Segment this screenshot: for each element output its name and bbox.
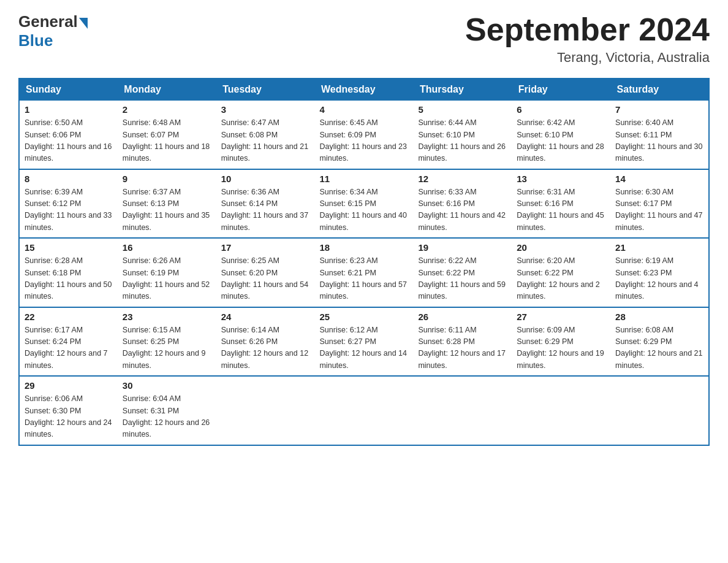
sunrise-label: Sunrise: [615, 188, 643, 196]
day-info: Sunrise: 6:17 AM Sunset: 6:24 PM Dayligh… [25, 324, 113, 372]
sunrise-label: Sunrise: [418, 118, 446, 127]
table-row [315, 376, 414, 445]
sunset-label: Sunset: [123, 199, 148, 208]
sunrise-label: Sunrise: [517, 118, 545, 127]
table-row: 27 Sunrise: 6:09 AM Sunset: 6:29 PM Dayl… [512, 307, 610, 377]
col-thursday: Thursday [413, 79, 512, 101]
daylight-label: Daylight: [615, 211, 645, 220]
day-number: 6 [517, 104, 605, 115]
daylight-label: Daylight: [25, 280, 55, 289]
day-number: 21 [615, 242, 703, 253]
sunrise-label: Sunrise: [123, 118, 151, 127]
day-number: 5 [418, 104, 507, 115]
daylight-label: Daylight: [517, 142, 547, 151]
col-monday: Monday [118, 79, 216, 101]
day-info: Sunrise: 6:30 AM Sunset: 6:17 PM Dayligh… [615, 186, 703, 234]
day-info: Sunrise: 6:25 AM Sunset: 6:20 PM Dayligh… [221, 255, 310, 303]
sunrise-label: Sunrise: [221, 326, 249, 334]
table-row: 9 Sunrise: 6:37 AM Sunset: 6:13 PM Dayli… [118, 169, 216, 239]
day-number: 28 [615, 312, 703, 322]
sunrise-label: Sunrise: [25, 188, 53, 196]
table-row [216, 376, 315, 445]
logo-triangle-icon [79, 18, 88, 29]
sunset-label: Sunset: [517, 269, 542, 277]
table-row: 26 Sunrise: 6:11 AM Sunset: 6:28 PM Dayl… [413, 307, 512, 377]
calendar-week-row: 8 Sunrise: 6:39 AM Sunset: 6:12 PM Dayli… [19, 169, 709, 239]
day-info: Sunrise: 6:19 AM Sunset: 6:23 PM Dayligh… [615, 255, 703, 303]
day-number: 2 [123, 104, 211, 115]
sunrise-label: Sunrise: [320, 118, 348, 127]
day-info: Sunrise: 6:20 AM Sunset: 6:22 PM Dayligh… [517, 255, 605, 303]
day-info: Sunrise: 6:42 AM Sunset: 6:10 PM Dayligh… [517, 117, 605, 165]
sunrise-label: Sunrise: [418, 188, 446, 196]
daylight-label: Daylight: [615, 280, 645, 289]
day-info: Sunrise: 6:11 AM Sunset: 6:28 PM Dayligh… [418, 324, 507, 372]
day-number: 26 [418, 312, 507, 322]
col-friday: Friday [512, 79, 610, 101]
day-info: Sunrise: 6:34 AM Sunset: 6:15 PM Dayligh… [320, 186, 409, 234]
title-block: September 2024 Terang, Victoria, Austral… [465, 12, 710, 66]
page-header: General Blue September 2024 Terang, Vict… [18, 12, 710, 66]
table-row: 11 Sunrise: 6:34 AM Sunset: 6:15 PM Dayl… [315, 169, 414, 239]
sunset-label: Sunset: [123, 407, 148, 415]
daylight-label: Daylight: [25, 418, 55, 427]
day-info: Sunrise: 6:39 AM Sunset: 6:12 PM Dayligh… [25, 186, 113, 234]
sunrise-label: Sunrise: [418, 256, 446, 265]
sunset-label: Sunset: [320, 199, 346, 208]
sunrise-label: Sunrise: [123, 394, 151, 403]
location-subtitle: Terang, Victoria, Australia [465, 50, 710, 66]
daylight-label: Daylight: [320, 142, 350, 151]
sunrise-label: Sunrise: [25, 118, 53, 127]
sunrise-label: Sunrise: [320, 188, 348, 196]
sunset-label: Sunset: [25, 269, 50, 277]
daylight-label: Daylight: [418, 280, 448, 289]
day-number: 24 [221, 312, 310, 322]
day-info: Sunrise: 6:37 AM Sunset: 6:13 PM Dayligh… [123, 186, 211, 234]
table-row: 29 Sunrise: 6:06 AM Sunset: 6:30 PM Dayl… [19, 376, 118, 445]
sunset-label: Sunset: [123, 269, 148, 277]
sunrise-label: Sunrise: [25, 394, 53, 403]
day-number: 13 [517, 174, 605, 184]
day-info: Sunrise: 6:06 AM Sunset: 6:30 PM Dayligh… [25, 393, 113, 441]
daylight-label: Daylight: [25, 142, 55, 151]
day-info: Sunrise: 6:08 AM Sunset: 6:29 PM Dayligh… [615, 324, 703, 372]
day-number: 12 [418, 174, 507, 184]
sunset-label: Sunset: [517, 337, 542, 346]
calendar-week-row: 22 Sunrise: 6:17 AM Sunset: 6:24 PM Dayl… [19, 307, 709, 377]
daylight-label: Daylight: [320, 280, 350, 289]
table-row: 30 Sunrise: 6:04 AM Sunset: 6:31 PM Dayl… [118, 376, 216, 445]
day-number: 11 [320, 174, 409, 184]
day-info: Sunrise: 6:09 AM Sunset: 6:29 PM Dayligh… [517, 324, 605, 372]
day-info: Sunrise: 6:12 AM Sunset: 6:27 PM Dayligh… [320, 324, 409, 372]
sunrise-label: Sunrise: [221, 188, 249, 196]
day-number: 22 [25, 312, 113, 322]
table-row: 16 Sunrise: 6:26 AM Sunset: 6:19 PM Dayl… [118, 238, 216, 307]
day-number: 8 [25, 174, 113, 184]
sunrise-label: Sunrise: [615, 118, 643, 127]
table-row: 25 Sunrise: 6:12 AM Sunset: 6:27 PM Dayl… [315, 307, 414, 377]
daylight-label: Daylight: [123, 211, 153, 220]
sunset-label: Sunset: [25, 199, 50, 208]
table-row: 6 Sunrise: 6:42 AM Sunset: 6:10 PM Dayli… [512, 101, 610, 169]
table-row: 24 Sunrise: 6:14 AM Sunset: 6:26 PM Dayl… [216, 307, 315, 377]
sunrise-label: Sunrise: [418, 326, 446, 334]
sunset-label: Sunset: [418, 269, 444, 277]
daylight-label: Daylight: [517, 349, 547, 358]
sunset-label: Sunset: [615, 337, 641, 346]
col-saturday: Saturday [610, 79, 709, 101]
sunset-label: Sunset: [517, 131, 542, 139]
sunrise-label: Sunrise: [517, 188, 545, 196]
calendar-week-row: 29 Sunrise: 6:06 AM Sunset: 6:30 PM Dayl… [19, 376, 709, 445]
day-info: Sunrise: 6:45 AM Sunset: 6:09 PM Dayligh… [320, 117, 409, 165]
sunrise-label: Sunrise: [615, 326, 643, 334]
sunset-label: Sunset: [25, 407, 50, 415]
table-row: 1 Sunrise: 6:50 AM Sunset: 6:06 PM Dayli… [19, 101, 118, 169]
sunrise-label: Sunrise: [123, 326, 151, 334]
daylight-label: Daylight: [517, 211, 547, 220]
sunrise-label: Sunrise: [123, 188, 151, 196]
sunset-label: Sunset: [517, 199, 542, 208]
day-info: Sunrise: 6:50 AM Sunset: 6:06 PM Dayligh… [25, 117, 113, 165]
day-number: 17 [221, 242, 310, 253]
daylight-label: Daylight: [221, 280, 251, 289]
sunset-label: Sunset: [615, 199, 641, 208]
